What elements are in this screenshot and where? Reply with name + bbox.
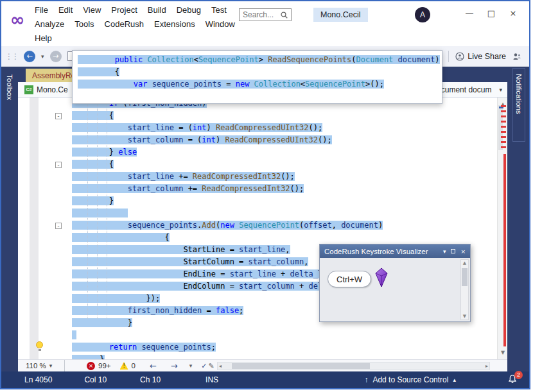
error-count[interactable]: 99+ [98, 362, 111, 370]
peek-code-lines: public Collection<SequencePoint> ReadSeq… [78, 54, 442, 90]
menu-help[interactable]: Help [30, 33, 57, 43]
code-line[interactable]: { [72, 232, 497, 244]
main-area: Toolbox Notifications AssemblyRe... C# M… [1, 67, 529, 371]
code-line[interactable]: } else [72, 146, 497, 158]
scroll-down-icon[interactable]: ▼ [461, 314, 468, 319]
maximize-button[interactable]: □ [480, 5, 502, 21]
error-mark [501, 105, 506, 107]
menu-view[interactable]: View [78, 5, 106, 15]
pencil-icon[interactable]: ✎ [208, 362, 214, 370]
code-text: start_line += ReadCompressedInt32(); [72, 172, 295, 181]
code-line[interactable] [72, 207, 497, 219]
notifications-side-tab[interactable]: Notifications [512, 68, 525, 142]
code-line[interactable]: start_column += ReadCompressedInt32(); [72, 183, 497, 195]
code-line[interactable]: sequence_points.Add(new SequencePoint(of… [72, 219, 497, 232]
menu-extensions[interactable]: Extensions [149, 19, 200, 29]
menu-edit[interactable]: Edit [53, 5, 78, 15]
close-icon[interactable]: × [460, 248, 466, 255]
menu-row-3: Help [30, 31, 240, 45]
vertical-scrollbar[interactable]: ▲ ▼ [497, 98, 507, 359]
scroll-right-icon[interactable]: ▸ [485, 363, 488, 369]
fold-toggle-icon[interactable]: - [55, 223, 62, 229]
check-icon[interactable]: ✓ [201, 362, 207, 370]
scrollbar-thumb[interactable] [232, 363, 370, 369]
code-text: start_line = (int) ReadCompressedUInt32(… [72, 123, 322, 132]
code-text: { [72, 111, 114, 120]
scrollbar-thumb[interactable] [462, 268, 467, 286]
toolbox-side-tab[interactable]: Toolbox [3, 69, 17, 146]
menu-analyze[interactable]: Analyze [30, 19, 69, 29]
search-input[interactable]: Search... [239, 8, 292, 21]
error-mark [501, 126, 506, 128]
code-line[interactable]: start_column = (int) ReadCompressedUInt3… [72, 134, 497, 146]
chevron-down-icon[interactable]: ▾ [189, 362, 193, 369]
close-button[interactable]: × [502, 5, 524, 21]
toolbar-grip-handle[interactable]: ⋮⋮ [5, 52, 18, 61]
feedback-icon[interactable] [512, 52, 521, 61]
editor-bottom-bar: 110 % ▾ × 99+ ! 0 ← → ▾ ✓ ✎ ◂ ▸ [18, 359, 507, 371]
fold-toggle-icon[interactable]: - [55, 162, 62, 168]
menu-build[interactable]: Build [143, 5, 171, 15]
code-line[interactable]: } [72, 354, 497, 359]
warning-count[interactable]: 0 [132, 362, 135, 370]
error-mark [501, 141, 506, 143]
scroll-up-icon[interactable]: ▲ [461, 260, 468, 266]
navigate-previous-icon[interactable]: ← [150, 361, 157, 371]
code-text: } [72, 355, 105, 359]
scroll-down-icon[interactable]: ▼ [498, 346, 507, 359]
menu-tools[interactable]: Tools [69, 19, 99, 29]
menu-project[interactable]: Project [106, 5, 142, 15]
warning-icon[interactable]: ! [120, 362, 128, 370]
horizontal-scrollbar[interactable]: ◂ ▸ [217, 362, 490, 370]
status-column[interactable]: Col 10 [84, 375, 107, 384]
code-line[interactable]: { [72, 158, 497, 171]
visualizer-scrollbar[interactable]: ▲ ▼ [460, 259, 469, 320]
menu-row-2: Analyze Tools CodeRush Extensions Window [30, 17, 240, 31]
error-icon[interactable]: × [87, 362, 95, 370]
status-insert-mode[interactable]: INS [205, 375, 218, 384]
menu-test[interactable]: Test [206, 5, 232, 15]
toolbar-left-group: ⋮⋮ ← ▾ → [5, 46, 75, 66]
scroll-left-icon[interactable]: ◂ [219, 363, 222, 369]
zoom-level: 110 % [26, 362, 46, 370]
keystroke-visualizer-title: CodeRush Keystroke Visualizer [324, 248, 438, 255]
navigate-back-dropdown-icon[interactable]: ▾ [41, 53, 44, 60]
code-line[interactable]: } [72, 195, 497, 207]
code-text: return sequence_points; [72, 343, 216, 352]
error-mark [501, 131, 506, 133]
fold-toggle-icon[interactable]: - [55, 113, 62, 119]
float-window-icon[interactable] [451, 249, 455, 253]
live-share-button[interactable]: Live Share [455, 52, 506, 61]
minimize-button[interactable]: — [459, 5, 480, 21]
keystroke-visualizer-titlebar[interactable]: CodeRush Keystroke Visualizer ▾ × [320, 244, 470, 258]
code-text: } [72, 318, 132, 327]
zoom-control[interactable]: 110 % ▾ [18, 362, 64, 370]
solution-name[interactable]: Mono.Cecil [313, 8, 368, 22]
error-mark [501, 121, 506, 123]
menu-debug[interactable]: Debug [171, 5, 206, 15]
error-mark [501, 110, 506, 112]
quick-actions-lightbulb-icon[interactable] [36, 341, 43, 348]
menu-coderush[interactable]: CodeRush [100, 19, 149, 29]
window-position-icon[interactable]: ▾ [443, 248, 446, 255]
navigate-next-icon[interactable]: → [171, 361, 178, 371]
code-line[interactable]: { [72, 110, 497, 122]
status-character[interactable]: Ch 10 [140, 375, 161, 384]
menu-window[interactable]: Window [200, 19, 240, 29]
caret-up-icon: ▴ [453, 377, 456, 383]
menu-file[interactable]: File [30, 5, 53, 15]
status-line-number[interactable]: Ln 4050 [24, 375, 52, 384]
keystroke-visualizer-window: CodeRush Keystroke Visualizer ▾ × Ctrl+W… [319, 244, 471, 322]
code-line[interactable]: return sequence_points; [72, 341, 497, 354]
account-avatar[interactable]: A [415, 7, 430, 22]
source-control-button[interactable]: ↑ Add to Source Control ▴ [364, 375, 456, 384]
code-line[interactable]: start_line = (int) ReadCompressedUInt32(… [72, 122, 497, 134]
navigate-back-icon[interactable]: ← [24, 51, 35, 62]
navbar-member-dropdown[interactable]: ocument docum ▾ [437, 85, 502, 94]
navbar-project-dropdown[interactable]: C# Mono.Ce [18, 85, 68, 94]
notifications-bell-button[interactable]: 2 [507, 374, 518, 386]
code-line[interactable] [72, 329, 497, 341]
code-line[interactable]: start_line += ReadCompressedInt32(); [72, 171, 497, 183]
menu-row-1: File Edit View Project Build Debug Test [30, 3, 240, 17]
navigate-forward-icon[interactable]: → [50, 51, 62, 62]
